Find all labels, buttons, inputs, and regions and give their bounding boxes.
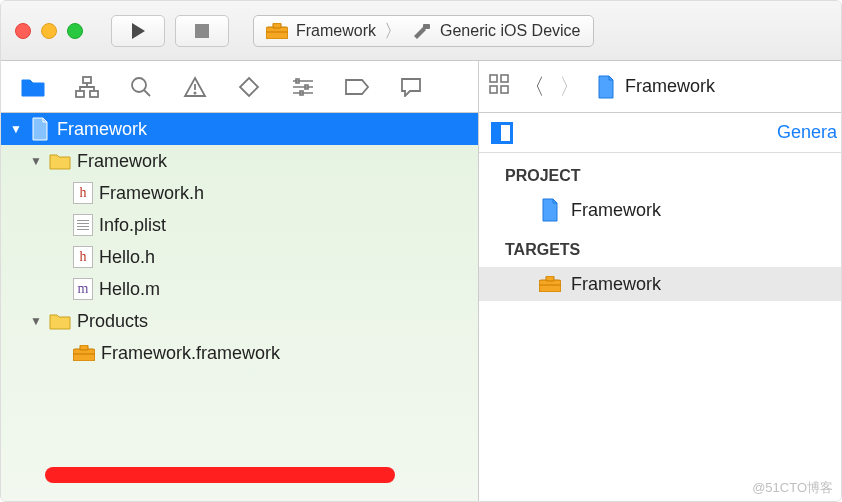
go-forward-button[interactable]: 〉 bbox=[559, 72, 581, 102]
main-split: ▼ Framework ▼ Framework h Framework.h In… bbox=[1, 113, 841, 502]
svg-rect-3 bbox=[273, 23, 281, 28]
navigator-and-breadcrumb-row: 〈 〉 Framework bbox=[1, 61, 841, 113]
breakpoint-navigator-tab[interactable] bbox=[331, 61, 383, 113]
target-list-item[interactable]: Framework bbox=[479, 267, 841, 301]
search-icon bbox=[130, 76, 152, 98]
folder-icon bbox=[21, 77, 45, 97]
toolbox-icon bbox=[539, 273, 561, 295]
traffic-lights bbox=[15, 23, 83, 39]
related-items-button[interactable] bbox=[489, 74, 509, 99]
disclosure-triangle-icon[interactable]: ▼ bbox=[29, 314, 43, 328]
find-navigator-tab[interactable] bbox=[115, 61, 167, 113]
project-list-item[interactable]: Framework bbox=[479, 193, 841, 227]
svg-rect-20 bbox=[501, 75, 508, 82]
xcode-project-icon bbox=[539, 199, 561, 221]
xcode-project-icon bbox=[595, 76, 617, 98]
targets-section-header: TARGETS bbox=[479, 227, 841, 267]
zoom-window-button[interactable] bbox=[67, 23, 83, 39]
toolbox-icon bbox=[73, 342, 95, 364]
svg-rect-8 bbox=[90, 91, 98, 97]
disclosure-triangle-icon[interactable]: ▼ bbox=[29, 154, 43, 168]
group-label: Products bbox=[77, 311, 148, 332]
test-navigator-tab[interactable] bbox=[223, 61, 275, 113]
svg-rect-23 bbox=[73, 349, 95, 361]
watermark: @51CTO博客 bbox=[752, 479, 833, 497]
svg-point-12 bbox=[194, 92, 195, 93]
svg-rect-6 bbox=[83, 77, 91, 83]
run-button[interactable] bbox=[111, 15, 165, 47]
hierarchy-icon bbox=[75, 76, 99, 98]
file-row[interactable]: m Hello.m bbox=[1, 273, 478, 305]
play-icon bbox=[129, 22, 147, 40]
svg-rect-27 bbox=[546, 276, 554, 281]
svg-line-10 bbox=[144, 90, 150, 96]
group-label: Framework bbox=[77, 151, 167, 172]
navigator-tabs bbox=[1, 61, 479, 112]
project-navigator: ▼ Framework ▼ Framework h Framework.h In… bbox=[1, 113, 479, 502]
implementation-file-icon: m bbox=[73, 278, 93, 300]
close-window-button[interactable] bbox=[15, 23, 31, 39]
breadcrumb[interactable]: Framework bbox=[595, 76, 715, 98]
scheme-device-label: Generic iOS Device bbox=[440, 22, 581, 40]
speech-bubble-icon bbox=[400, 77, 422, 97]
plist-file-icon bbox=[73, 214, 93, 236]
svg-rect-19 bbox=[490, 75, 497, 82]
group-row[interactable]: ▼ Products bbox=[1, 305, 478, 337]
svg-rect-22 bbox=[501, 86, 508, 93]
svg-rect-7 bbox=[76, 91, 84, 97]
file-label: Framework.framework bbox=[101, 343, 280, 364]
svg-rect-21 bbox=[490, 86, 497, 93]
chevron-right-icon: 〉 bbox=[384, 19, 402, 43]
project-section-header: PROJECT bbox=[479, 153, 841, 193]
debug-navigator-tab[interactable] bbox=[277, 61, 329, 113]
svg-rect-2 bbox=[266, 27, 288, 39]
minimize-window-button[interactable] bbox=[41, 23, 57, 39]
folder-icon bbox=[49, 150, 71, 172]
header-file-icon: h bbox=[73, 182, 93, 204]
annotation-highlight bbox=[45, 467, 395, 483]
editor-subtabs: Genera bbox=[479, 113, 841, 153]
file-label: Framework.h bbox=[99, 183, 204, 204]
svg-rect-24 bbox=[80, 345, 88, 350]
scheme-selector[interactable]: Framework 〉 Generic iOS Device bbox=[253, 15, 594, 47]
group-row[interactable]: ▼ Framework bbox=[1, 145, 478, 177]
file-row[interactable]: Framework.framework bbox=[1, 337, 478, 369]
gauge-icon bbox=[291, 78, 315, 96]
svg-rect-1 bbox=[195, 24, 209, 38]
xcode-project-icon bbox=[29, 118, 51, 140]
diamond-icon bbox=[238, 76, 260, 98]
issue-navigator-tab[interactable] bbox=[169, 61, 221, 113]
project-root-label: Framework bbox=[57, 119, 147, 140]
show-targets-list-button[interactable] bbox=[491, 122, 513, 144]
project-name-label: Framework bbox=[571, 200, 661, 221]
project-navigator-tab[interactable] bbox=[7, 61, 59, 113]
target-name-label: Framework bbox=[571, 274, 661, 295]
stop-icon bbox=[195, 24, 209, 38]
go-back-button[interactable]: 〈 bbox=[523, 72, 545, 102]
toolbox-icon bbox=[266, 20, 288, 42]
svg-rect-26 bbox=[539, 280, 561, 292]
file-row[interactable]: h Hello.h bbox=[1, 241, 478, 273]
stop-button[interactable] bbox=[175, 15, 229, 47]
breadcrumb-label: Framework bbox=[625, 76, 715, 97]
folder-icon bbox=[49, 310, 71, 332]
file-row[interactable]: Info.plist bbox=[1, 209, 478, 241]
report-navigator-tab[interactable] bbox=[385, 61, 437, 113]
project-root-row[interactable]: ▼ Framework bbox=[1, 113, 478, 145]
svg-marker-0 bbox=[132, 23, 145, 39]
source-control-navigator-tab[interactable] bbox=[61, 61, 113, 113]
svg-point-9 bbox=[132, 78, 146, 92]
header-file-icon: h bbox=[73, 246, 93, 268]
window-titlebar: Framework 〉 Generic iOS Device bbox=[1, 1, 841, 61]
general-tab[interactable]: Genera bbox=[777, 122, 841, 143]
tag-icon bbox=[345, 79, 369, 95]
project-editor: Genera PROJECT Framework TARGETS Framewo… bbox=[479, 113, 841, 502]
file-label: Info.plist bbox=[99, 215, 166, 236]
file-label: Hello.m bbox=[99, 279, 160, 300]
file-row[interactable]: h Framework.h bbox=[1, 177, 478, 209]
warning-icon bbox=[183, 76, 207, 98]
svg-rect-5 bbox=[423, 24, 430, 29]
file-label: Hello.h bbox=[99, 247, 155, 268]
editor-jump-bar: 〈 〉 Framework bbox=[479, 61, 841, 112]
disclosure-triangle-icon[interactable]: ▼ bbox=[9, 122, 23, 136]
